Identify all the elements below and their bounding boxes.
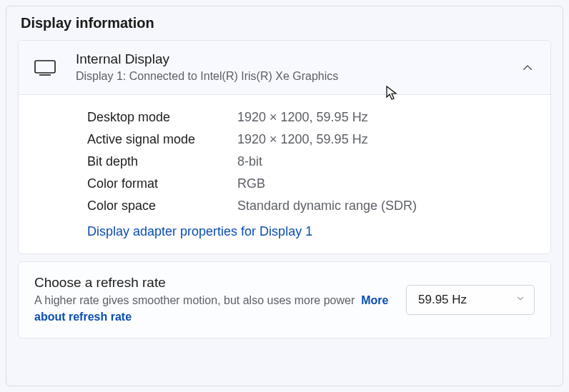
refresh-rate-dropdown[interactable]: 59.95 Hz (406, 285, 535, 315)
display-header-text: Internal Display Display 1: Connected to… (76, 51, 519, 84)
display-card-body: Desktop mode1920 × 1200, 59.95 HzActive … (19, 95, 550, 253)
property-label: Color space (87, 198, 237, 213)
svg-rect-0 (35, 61, 55, 73)
display-subtitle: Display 1: Connected to Intel(R) Iris(R)… (76, 69, 519, 84)
property-value: RGB (237, 176, 265, 191)
display-information-panel: Display information Internal Display Dis… (6, 6, 563, 386)
adapter-properties-link[interactable]: Display adapter properties for Display 1 (87, 224, 312, 239)
property-value: 8-bit (237, 154, 262, 169)
refresh-text: Choose a refresh rate A higher rate give… (34, 275, 392, 325)
section-title: Display information (21, 15, 551, 31)
display-info-card: Internal Display Display 1: Connected to… (18, 40, 551, 254)
property-label: Bit depth (87, 154, 237, 169)
property-row: Active signal mode1920 × 1200, 59.95 Hz (87, 129, 536, 151)
refresh-title: Choose a refresh rate (34, 275, 392, 291)
refresh-description: A higher rate gives smoother motion, but… (34, 292, 392, 325)
property-label: Active signal mode (87, 132, 237, 147)
refresh-rate-card: Choose a refresh rate A higher rate give… (18, 261, 551, 338)
property-row: Color formatRGB (87, 173, 536, 195)
property-row: Color spaceStandard dynamic range (SDR) (87, 195, 536, 217)
chevron-up-icon (519, 59, 536, 76)
property-label: Desktop mode (87, 110, 237, 125)
property-row: Bit depth8-bit (87, 151, 536, 173)
display-title: Internal Display (76, 51, 519, 69)
chevron-down-icon (515, 293, 525, 307)
refresh-rate-selected: 59.95 Hz (418, 293, 467, 307)
property-label: Color format (87, 176, 237, 191)
monitor-icon (34, 60, 56, 76)
property-value: 1920 × 1200, 59.95 Hz (237, 132, 368, 147)
property-row: Desktop mode1920 × 1200, 59.95 Hz (87, 106, 536, 129)
property-value: 1920 × 1200, 59.95 Hz (237, 110, 368, 125)
display-card-header[interactable]: Internal Display Display 1: Connected to… (19, 41, 550, 95)
property-value: Standard dynamic range (SDR) (237, 198, 417, 213)
